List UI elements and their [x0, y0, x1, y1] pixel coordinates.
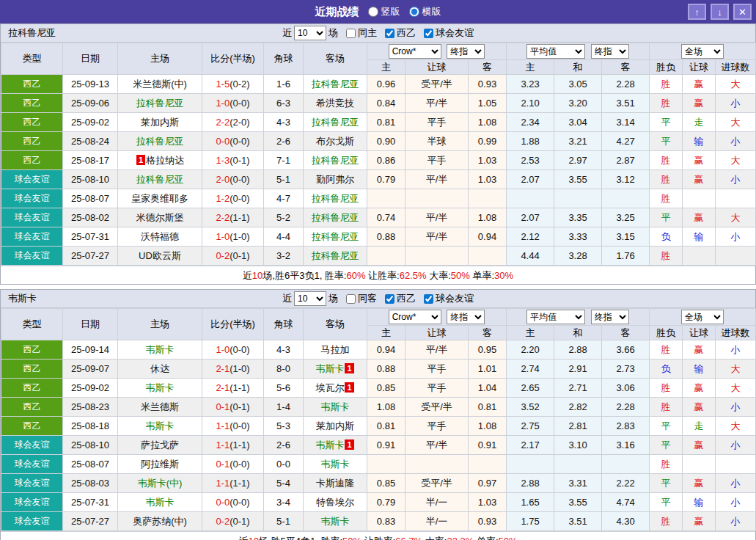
league-checkbox[interactable] [385, 29, 394, 38]
average-select[interactable]: 平均值 [526, 44, 585, 59]
vertical-layout-radio[interactable] [368, 7, 378, 17]
average-odds-group: 平均值 终指 [507, 309, 650, 326]
friendly-checkbox[interactable] [424, 29, 433, 38]
avg-away-odds: 2.28 [602, 398, 650, 417]
result-outcome: 平 [650, 113, 683, 132]
summary-segment: 50% [342, 536, 362, 540]
home-odds: 0.88 [367, 227, 405, 247]
fulltime-score: 1-1 [216, 420, 230, 431]
league-label: 西乙 [397, 292, 416, 305]
close-button[interactable]: ✕ [733, 4, 752, 20]
match-date: 25-08-07 [63, 455, 118, 474]
full-match-select[interactable]: 全场 [681, 310, 724, 324]
avg-draw-odds: 3.21 [554, 132, 602, 151]
away-team-name: 卡斯迪隆 [316, 478, 354, 489]
avg-draw-odds: 2.91 [554, 360, 602, 379]
result-handicap: 赢 [683, 208, 716, 227]
bookmaker-select[interactable]: Crow* [389, 310, 441, 324]
avg-draw-odds: 3.04 [554, 113, 602, 132]
home-odds: 0.85 [367, 474, 405, 493]
final-odds-select-1[interactable]: 终指 [447, 310, 485, 324]
avg-home-odds: 2.07 [507, 208, 554, 227]
match-date: 25-09-13 [63, 75, 118, 94]
match-type-badge: 西乙 [1, 417, 63, 436]
result-outcome: 平 [650, 493, 683, 512]
league-checkbox[interactable] [385, 294, 394, 304]
result-goals: 小 [716, 398, 756, 417]
avg-draw-odds: 3.35 [554, 208, 602, 227]
handicap-line: 平/半 [405, 436, 469, 455]
result-goals: 小 [716, 474, 756, 493]
result-handicap: 赢 [683, 512, 716, 531]
avg-draw-odds: 2.71 [554, 379, 602, 398]
same-venue-checkbox[interactable] [346, 29, 356, 38]
halftime-score: (2-0) [230, 117, 249, 128]
avg-draw-odds: 2.88 [554, 340, 602, 360]
col-header-avg-away: 客 [602, 60, 650, 75]
full-match-select[interactable]: 全场 [681, 44, 724, 59]
avg-away-odds [602, 455, 650, 474]
result-outcome: 胜 [650, 379, 683, 398]
fulltime-score: 1-3 [216, 155, 230, 166]
match-row: 球会友谊25-08-07阿拉维斯0-1(0-0)0-0韦斯卡胜 [1, 455, 756, 474]
handicap-line: 半/一 [405, 512, 469, 531]
avg-draw-odds: 3.10 [554, 436, 602, 455]
match-date: 25-09-02 [63, 379, 118, 398]
fulltime-score: 2-2 [216, 117, 230, 128]
layout-option-horizontal[interactable]: 横版 [409, 5, 441, 18]
result-outcome: 胜 [650, 455, 683, 474]
away-odds: 1.03 [469, 493, 507, 512]
avg-draw-odds: 3.33 [554, 227, 602, 247]
home-team-name: 韦斯卡 [146, 420, 175, 431]
result-goals: 大 [716, 417, 756, 436]
match-row: 西乙25-09-06拉科鲁尼亚1-0(0-0)6-3希洪竞技0.84平/半1.0… [1, 94, 756, 113]
fulltime-score: 0-0 [216, 497, 230, 508]
same-venue-label: 同客 [358, 292, 377, 305]
handicap-line: 平手 [405, 151, 469, 170]
score-cell: 1-0(1-0) [202, 227, 264, 247]
fulltime-score: 1-0 [216, 98, 230, 109]
bookmaker-select[interactable]: Crow* [389, 44, 441, 59]
result-handicap: 赢 [683, 436, 716, 455]
red-card-badge: 1 [345, 439, 353, 450]
match-count-select[interactable]: 10 [294, 26, 326, 40]
result-handicap: 赢 [683, 398, 716, 417]
match-row: 西乙25-09-02莱加内斯2-2(2-0)4-3拉科鲁尼亚0.81平手1.08… [1, 113, 756, 132]
avg-home-odds: 2.10 [507, 94, 554, 113]
result-outcome: 负 [650, 360, 683, 379]
avg-home-odds [507, 189, 554, 208]
away-odds [469, 189, 507, 208]
average-select[interactable]: 平均值 [526, 310, 585, 324]
away-odds: 0.97 [469, 474, 507, 493]
summary-segment: 10 [252, 270, 263, 281]
final-odds-select-2[interactable]: 终指 [591, 44, 629, 59]
match-date: 25-07-27 [63, 512, 118, 531]
layout-option-vertical[interactable]: 竖版 [368, 5, 400, 18]
result-goals: 小 [716, 512, 756, 531]
corner-score: 5-4 [264, 474, 304, 493]
away-team-name: 拉科鲁尼亚 [312, 250, 359, 261]
col-header-home: 主场 [118, 43, 202, 75]
match-row: 西乙25-09-13米兰德斯(中)1-5(0-2)1-6拉科鲁尼亚0.96受平/… [1, 75, 756, 94]
summary-line: 近10场,胜6平3负1, 胜率:60% 让胜率:62.5% 大率:50% 单率:… [1, 266, 755, 284]
halftime-score: (0-0) [230, 420, 249, 431]
final-odds-select-2[interactable]: 终指 [591, 310, 629, 324]
match-count-select[interactable]: 10 [294, 291, 326, 306]
match-type-badge: 西乙 [1, 94, 63, 113]
same-venue-checkbox[interactable] [346, 294, 356, 304]
score-cell: 0-0(0-0) [202, 493, 264, 512]
result-goals: 小 [716, 170, 756, 189]
final-odds-select-1[interactable]: 终指 [447, 44, 485, 59]
horizontal-layout-radio[interactable] [409, 7, 419, 17]
avg-home-odds [507, 455, 554, 474]
home-team-name: 米德尔斯堡 [136, 212, 184, 223]
col-header-away: 客场 [304, 43, 367, 75]
friendly-checkbox[interactable] [424, 294, 433, 304]
score-cell: 1-1(0-0) [202, 417, 264, 436]
result-goals: 小 [716, 227, 756, 247]
move-up-button[interactable]: ↑ [688, 4, 706, 20]
match-type-badge: 球会友谊 [1, 493, 63, 512]
move-down-button[interactable]: ↓ [711, 4, 729, 20]
col-header-away: 客场 [304, 309, 367, 340]
score-cell: 2-0(0-0) [202, 170, 264, 189]
